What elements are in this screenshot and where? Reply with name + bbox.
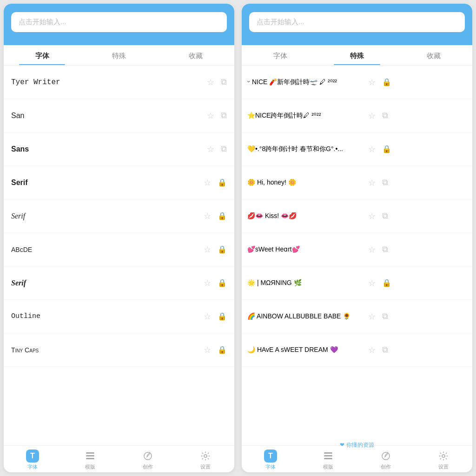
- special-item-4: 🌼 Hi, honey! 🌼 ☆ ⧉: [242, 166, 472, 199]
- star-icon[interactable]: ☆: [207, 111, 214, 121]
- special-item-8: 🌈 AINBOW ALLBUBBLE BABE 🌻 ☆ ⧉: [242, 300, 472, 333]
- svg-point-9: [442, 455, 445, 457]
- right-panel: 点击开始输入... 字体 特殊 收藏 ᵕ NICE 🧨新年倒計時🛫 🖊 ²⁰²²…: [242, 4, 472, 472]
- font-item-san: San ☆ ⧉: [4, 99, 234, 132]
- right-nav-template[interactable]: 模版: [299, 450, 357, 470]
- copy-icon[interactable]: ⧉: [221, 77, 227, 87]
- lock-icon[interactable]: 🔒: [218, 312, 227, 321]
- settings-nav-label: 设置: [438, 463, 449, 470]
- star-icon[interactable]: ☆: [204, 311, 211, 322]
- font-actions-sans: ☆ ⧉: [207, 144, 227, 154]
- special-text-7: 🌟 | MΩЯNING 🌿: [247, 278, 368, 288]
- create-nav-icon: [141, 450, 154, 463]
- left-tab-special[interactable]: 特殊: [80, 45, 157, 65]
- svg-point-4: [204, 455, 207, 457]
- left-tab-favorites[interactable]: 收藏: [158, 45, 234, 65]
- star-icon[interactable]: ☆: [207, 77, 214, 87]
- star-icon[interactable]: ☆: [368, 211, 376, 221]
- font-item-serif3: Serif ☆ 🔒: [4, 266, 234, 300]
- left-font-list: Tyer Writer ☆ ⧉ San ☆ ⧉ Sans ☆ ⧉: [4, 66, 234, 445]
- lock-icon[interactable]: 🔒: [382, 278, 391, 287]
- template-nav-label: 模版: [323, 463, 333, 470]
- copy-icon[interactable]: ⧉: [382, 345, 388, 355]
- star-icon[interactable]: ☆: [207, 144, 214, 154]
- right-tab-special[interactable]: 特殊: [318, 45, 395, 65]
- right-special-list: ᵕ NICE 🧨新年倒計時🛫 🖊 ²⁰²² ☆ 🔒 ⭐NICE跨年倒計時🖊 ²⁰…: [242, 66, 472, 445]
- svg-rect-0: [86, 452, 94, 454]
- star-icon[interactable]: ☆: [368, 311, 376, 322]
- star-icon[interactable]: ☆: [204, 345, 211, 355]
- font-actions-abcde: ☆ 🔒: [204, 245, 227, 255]
- left-search-input[interactable]: 点击开始输入...: [11, 12, 227, 32]
- special-text-4: 🌼 Hi, honey! 🌼: [247, 178, 368, 187]
- copy-icon[interactable]: ⧉: [382, 311, 388, 321]
- star-icon[interactable]: ☆: [368, 111, 376, 121]
- left-tab-font[interactable]: 字体: [4, 45, 80, 65]
- copy-icon[interactable]: ⧉: [382, 178, 388, 187]
- star-icon[interactable]: ☆: [204, 211, 211, 221]
- left-header: 点击开始输入...: [4, 4, 234, 45]
- right-tab-favorites[interactable]: 收藏: [396, 45, 472, 65]
- special-item-1: ᵕ NICE 🧨新年倒計時🛫 🖊 ²⁰²² ☆ 🔒: [242, 66, 472, 99]
- star-icon[interactable]: ☆: [368, 144, 376, 154]
- font-actions-outline: ☆ 🔒: [204, 311, 227, 322]
- font-name-typewriter: Tyer Writer: [11, 78, 207, 86]
- font-nav-label: 字体: [265, 463, 276, 470]
- font-item-typewriter: Tyer Writer ☆ ⧉: [4, 66, 234, 99]
- right-nav-create[interactable]: 创作: [357, 450, 415, 470]
- copy-icon[interactable]: ⧉: [382, 111, 388, 120]
- font-name-sans: Sans: [11, 145, 207, 153]
- special-text-1: ᵕ NICE 🧨新年倒計時🛫 🖊 ²⁰²²: [247, 78, 368, 87]
- lock-icon[interactable]: 🔒: [218, 278, 227, 287]
- right-search-input[interactable]: 点击开始输入...: [249, 12, 465, 32]
- special-actions-3: ☆ 🔒: [368, 144, 391, 154]
- lock-icon[interactable]: 🔒: [218, 212, 227, 220]
- star-icon[interactable]: ☆: [368, 178, 376, 188]
- left-panel: 点击开始输入... 字体 特殊 收藏 Tyer Writer ☆ ⧉ San ☆…: [4, 4, 234, 472]
- right-nav-settings[interactable]: 设置: [415, 450, 472, 470]
- star-icon[interactable]: ☆: [368, 278, 376, 288]
- create-nav-icon: [379, 450, 392, 463]
- left-nav-create[interactable]: 创作: [119, 450, 177, 470]
- right-nav-font[interactable]: T 字体: [242, 450, 299, 470]
- lock-icon[interactable]: 🔒: [218, 178, 227, 187]
- special-item-3: 💛•.°8跨年倒计时 春节和你G°.•... ☆ 🔒: [242, 132, 472, 166]
- font-item-sans: Sans ☆ ⧉: [4, 132, 234, 166]
- font-name-tiny-caps: Tiny Caps: [11, 346, 204, 354]
- copy-icon[interactable]: ⧉: [382, 245, 388, 254]
- font-name-abcde: ABcDE: [11, 246, 204, 253]
- star-icon[interactable]: ☆: [204, 245, 211, 255]
- font-item-abcde: ABcDE ☆ 🔒: [4, 233, 234, 266]
- special-text-2: ⭐NICE跨年倒計時🖊 ²⁰²²: [247, 111, 368, 120]
- star-icon[interactable]: ☆: [204, 178, 211, 188]
- special-text-5: 💋👄 Kiss! 👄💋: [247, 212, 368, 221]
- special-item-2: ⭐NICE跨年倒計時🖊 ²⁰²² ☆ ⧉: [242, 99, 472, 132]
- font-item-serif1: Serif ☆ 🔒: [4, 166, 234, 199]
- lock-icon[interactable]: 🔒: [218, 245, 227, 254]
- font-item-serif2: Serif ☆ 🔒: [4, 199, 234, 233]
- font-actions-tiny-caps: ☆ 🔒: [204, 345, 227, 355]
- font-actions-serif2: ☆ 🔒: [204, 211, 227, 221]
- star-icon[interactable]: ☆: [368, 77, 376, 87]
- special-item-9: 🌙 HAvE A sWEET DREAM 💜 ☆ ⧉: [242, 333, 472, 367]
- font-actions-typewriter: ☆ ⧉: [207, 77, 227, 87]
- copy-icon[interactable]: ⧉: [221, 144, 227, 154]
- star-icon[interactable]: ☆: [204, 278, 211, 288]
- left-nav-settings[interactable]: 设置: [177, 450, 234, 470]
- lock-icon[interactable]: 🔒: [218, 345, 227, 354]
- font-actions-serif1: ☆ 🔒: [204, 178, 227, 188]
- lock-icon[interactable]: 🔒: [382, 145, 391, 153]
- create-nav-label: 创作: [381, 463, 391, 470]
- special-text-6: 💕sWeet Heɑrt💕: [247, 245, 368, 254]
- copy-icon[interactable]: ⧉: [221, 111, 227, 120]
- special-actions-8: ☆ ⧉: [368, 311, 388, 322]
- left-tabs: 字体 特殊 收藏: [4, 45, 234, 66]
- font-actions-san: ☆ ⧉: [207, 111, 227, 121]
- right-tab-font[interactable]: 字体: [242, 45, 318, 65]
- left-nav-font[interactable]: T 字体: [4, 450, 61, 470]
- star-icon[interactable]: ☆: [368, 245, 376, 255]
- copy-icon[interactable]: ⧉: [382, 211, 388, 221]
- star-icon[interactable]: ☆: [368, 345, 376, 355]
- left-nav-template[interactable]: 模版: [61, 450, 119, 470]
- lock-icon[interactable]: 🔒: [382, 78, 391, 86]
